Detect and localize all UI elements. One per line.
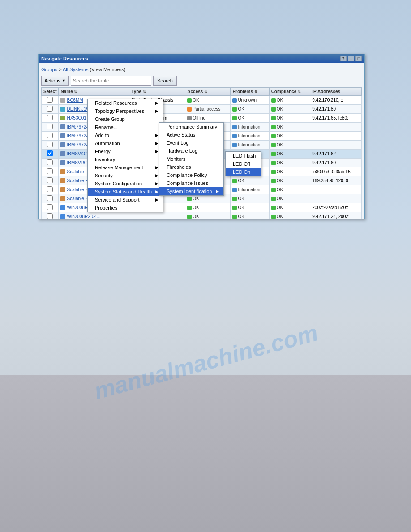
compliance-status: OK [269,132,310,141]
row-checkbox[interactable] [47,124,53,129]
row-checkbox[interactable] [47,186,53,192]
row-checkbox[interactable] [47,150,53,156]
ip-address [310,185,362,194]
row-checkbox[interactable] [47,159,53,165]
row-checkbox[interactable] [47,168,53,174]
system-status-menu-item[interactable]: Monitors [159,155,223,163]
row-checkbox[interactable] [47,115,53,120]
system-status-menu-item[interactable]: Hardware Log [159,147,223,155]
problems-status: OK [231,176,269,185]
resource-name-link[interactable]: HX53C01 [67,116,86,120]
context-menu-item[interactable]: Topology Perspectives▶ [88,107,163,115]
compliance-status: OK [269,114,310,123]
search-button[interactable]: Search [153,76,177,86]
problems-status: OK [231,194,269,203]
help-button[interactable]: ? [340,56,347,61]
ip-address [310,123,362,132]
resource-type [129,212,185,219]
ip-address: 9.42.171.62 [310,150,362,159]
system-status-menu-item[interactable]: Performance Summary [159,123,223,131]
system-status-menu-item[interactable]: Thresholds [159,163,223,171]
gray-bottom-area [0,375,411,532]
context-menu-item[interactable]: Inventory [88,155,163,163]
actions-label: Actions [44,78,60,83]
problems-status: OK [231,114,269,123]
col-name[interactable]: Name ⇅ [59,88,129,96]
ip-address: 169.254.95.120, 9. [310,176,362,185]
resource-name-link[interactable]: Win2008R2-04... [67,214,100,219]
search-input[interactable] [71,76,151,86]
context-menu-item[interactable]: Properties [88,204,163,212]
breadcrumb-groups[interactable]: Groups [41,67,57,72]
context-menu-item[interactable]: System Status and Health▶ [88,188,163,196]
problems-status: Information [231,141,269,150]
row-checkbox[interactable] [47,133,53,138]
context-menu-item[interactable]: Add to▶ [88,131,163,139]
compliance-status: OK [269,96,310,105]
ip-address: 9.42.171.65, fe80: [310,114,362,123]
problems-status: Information [231,132,269,141]
sys-id-menu-item[interactable]: LED On [226,168,261,176]
col-problems[interactable]: Problems ⇅ [231,88,269,96]
ip-address [310,132,362,141]
compliance-status: OK [269,212,310,219]
window-title: Navigate Resources [41,56,88,61]
window-titlebar: Navigate Resources ? - □ [39,54,364,63]
minimize-button[interactable]: - [348,56,354,61]
access-status: OK [185,96,231,105]
system-status-menu-item[interactable]: Event Log [159,139,223,147]
col-access[interactable]: Access ⇅ [185,88,231,96]
row-checkbox[interactable] [47,204,53,210]
ip-address: 2002:92a:ab16:0:: [310,203,362,212]
context-menu-item[interactable]: Release Management▶ [88,163,163,172]
system-status-menu-item[interactable]: Compliance Issues [159,179,223,187]
access-status: Partial access [185,105,231,114]
sys-id-menu-item[interactable]: LED Flash [226,152,261,160]
page-background: Navigate Resources ? - □ Groups > All Sy… [0,0,411,532]
breadcrumb: Groups > All Systems (View Members) [41,66,362,73]
context-menu-item[interactable]: Related Resources▶ [88,99,163,107]
row-checkbox[interactable] [47,106,53,112]
col-compliance[interactable]: Compliance ⇅ [269,88,310,96]
table-header-row: Select Name ⇅ Type ⇅ Access ⇅ Problems ⇅… [42,88,362,96]
window-controls: ? - □ [340,56,362,61]
resource-name-link[interactable]: BC6MM [67,98,83,103]
context-menu-item[interactable]: Rename... [88,123,163,131]
context-menu-item[interactable]: Security▶ [88,172,163,180]
compliance-status: OK [269,105,310,114]
table-row: Win2008R2-04...OKOKOK9.42.171.24, 2002: [42,212,362,219]
row-checkbox[interactable] [47,97,53,103]
ip-address: 9.42.171.60 [310,159,362,167]
access-status: Offline [185,114,231,123]
compliance-status: OK [269,167,310,176]
compliance-status: OK [269,176,310,185]
col-ip[interactable]: IP Addresses [310,88,362,96]
close-button[interactable]: □ [355,56,362,61]
row-checkbox[interactable] [47,142,53,147]
system-status-submenu: Performance SummaryActive StatusEvent Lo… [159,122,224,196]
system-status-menu-item[interactable]: System Identification▶ [159,187,223,195]
actions-button[interactable]: Actions ▼ [41,76,69,86]
breadcrumb-sep1: > [59,67,63,72]
context-menu-item[interactable]: System Configuration▶ [88,180,163,188]
ip-address [310,194,362,203]
context-menu-item[interactable]: Service and Support▶ [88,196,163,204]
problems-status: OK [231,212,269,219]
toolbar: Actions ▼ Search [41,76,362,86]
breadcrumb-view-members-text: (View Members) [90,67,126,72]
sys-id-menu-item[interactable]: LED Off [226,160,261,168]
breadcrumb-all-systems[interactable]: All Systems [63,67,88,72]
row-checkbox[interactable] [47,213,53,219]
compliance-status: OK [269,194,310,203]
col-type[interactable]: Type ⇅ [129,88,185,96]
context-menu-item[interactable]: Energy▶ [88,147,163,155]
row-checkbox[interactable] [47,195,53,201]
system-status-menu-item[interactable]: Active Status [159,131,223,139]
context-menu-item[interactable]: Create Group [88,115,163,123]
context-menu-item[interactable]: Automation▶ [88,139,163,147]
ip-address: 9.42.171.24, 2002: [310,212,362,219]
row-checkbox[interactable] [47,177,53,183]
compliance-status: OK [269,159,310,167]
system-status-menu-item[interactable]: Compliance Policy [159,171,223,179]
problems-status: OK [231,203,269,212]
